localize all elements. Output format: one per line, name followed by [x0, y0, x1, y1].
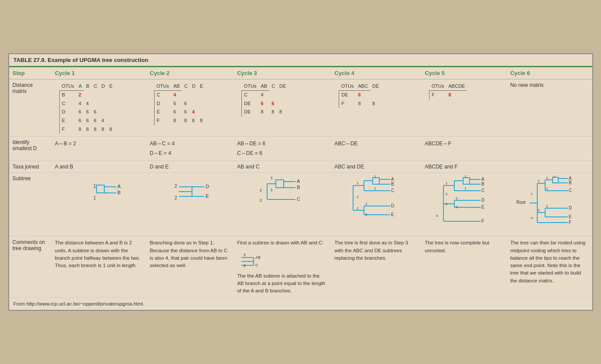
svg-text:E: E	[391, 212, 394, 217]
taxa-c1: A and B	[52, 161, 146, 173]
dm-c4: OTUs ABCDE DE 6 F	[331, 79, 421, 137]
identify-c3: AB↔DE = 6 C↔DE = 6	[234, 137, 331, 161]
comments-c4: The tree is first done as in Step 3 with…	[331, 237, 421, 298]
comments-c5: The tree is now complete but unrooted.	[421, 237, 507, 298]
svg-text:2: 2	[546, 187, 548, 191]
col-c4: Cycle 4	[331, 67, 421, 79]
svg-text:2: 2	[244, 253, 246, 257]
main-container: TABLE 27.9. Example of UPGMA tree constr…	[8, 53, 593, 311]
comments-c2: Branching done as in Step 1. Because the…	[146, 237, 234, 298]
svg-text:1: 1	[93, 184, 96, 189]
taxa-c4: ABC and DE	[331, 161, 421, 173]
svg-text:Root: Root	[516, 200, 525, 205]
col-c5: Cycle 5	[421, 67, 507, 79]
svg-text:2: 2	[446, 192, 448, 196]
svg-text:B: B	[569, 180, 572, 185]
svg-text:D: D	[391, 203, 394, 208]
svg-text:AB: AB	[255, 255, 261, 260]
svg-text:F: F	[569, 220, 571, 225]
svg-text:E: E	[206, 193, 209, 199]
comments-label: Comments ontree drawing	[9, 237, 52, 298]
svg-text:A: A	[297, 179, 300, 184]
svg-text:1: 1	[538, 179, 540, 183]
taxa-c5: ABCDE and F	[421, 161, 507, 173]
svg-text:A: A	[117, 184, 121, 189]
table-title: TABLE 27.9. Example of UPGMA tree constr…	[9, 54, 592, 67]
distance-matrix-label: Distance matrix	[9, 79, 52, 137]
subtree-c5-svg: A B C D E	[430, 175, 498, 232]
svg-text:4: 4	[436, 214, 438, 218]
identify-c6	[507, 137, 592, 161]
svg-text:2: 2	[456, 196, 458, 200]
dm-c6: No new matrix	[507, 79, 592, 137]
svg-text:1: 1	[553, 175, 556, 178]
footer-row: From http://www.icp.ucl.ac.be/~opperd/pr…	[9, 298, 592, 310]
subtree-row: Subtree 1 1 A B	[9, 173, 592, 237]
svg-text:A: A	[391, 177, 394, 182]
identify-label: Identifysmallest D	[9, 137, 52, 161]
comments-c6: The tree can then be rooted using midpoi…	[507, 237, 592, 298]
svg-text:B: B	[117, 190, 120, 195]
svg-text:C: C	[391, 188, 394, 193]
subtree-label: Subtree	[9, 173, 52, 237]
identify-c2: AB↔C = 4 D↔E = 4	[146, 137, 234, 161]
subtree-c4-svg: A B C	[340, 175, 412, 228]
svg-text:1: 1	[93, 196, 96, 200]
svg-text:E: E	[481, 205, 484, 209]
svg-text:1: 1	[357, 181, 359, 185]
svg-text:2: 2	[357, 195, 359, 199]
svg-text:1: 1	[271, 176, 273, 180]
svg-rect-56	[463, 178, 470, 184]
svg-text:2: 2	[175, 196, 177, 200]
comments-row: Comments ontree drawing The distance bet…	[9, 237, 592, 298]
svg-text:1: 1	[446, 181, 448, 185]
identify-row: Identifysmallest D A↔B = 2 AB↔C = 4 D↔E …	[9, 137, 592, 161]
svg-text:1: 1	[464, 186, 467, 190]
subtree-c6: Root A	[507, 173, 592, 237]
svg-text:D: D	[206, 184, 209, 189]
taxa-row: Taxa joined A and B D and E AB and C ABC…	[9, 161, 592, 173]
svg-rect-31	[373, 178, 379, 184]
col-c1: Cycle 1	[52, 67, 146, 79]
svg-text:C: C	[297, 196, 300, 202]
dm-c3: OTUs ABCDE C 4 DE	[234, 79, 331, 137]
svg-rect-17	[276, 180, 284, 188]
svg-text:2: 2	[357, 206, 359, 210]
svg-text:1: 1	[531, 192, 533, 196]
identify-c1: A↔B = 2	[52, 137, 146, 161]
svg-text:D: D	[569, 206, 572, 210]
svg-text:1: 1	[374, 175, 376, 179]
col-step: Step	[9, 67, 52, 79]
svg-text:B: B	[391, 182, 394, 186]
svg-text:2: 2	[365, 202, 367, 206]
col-c2: Cycle 2	[146, 67, 234, 79]
svg-text:C: C	[569, 188, 572, 193]
svg-text:2: 2	[175, 184, 177, 189]
taxa-c3: AB and C	[234, 161, 331, 173]
svg-text:1: 1	[374, 186, 376, 190]
subtree-c3-svg: A B C 1 1 2 2	[252, 175, 313, 215]
taxa-c6	[507, 161, 592, 173]
subtree-c2: 2 2 D E	[146, 173, 234, 237]
dm-c5: OTUs ABCDE F 8	[421, 79, 507, 137]
svg-text:2: 2	[260, 188, 262, 192]
svg-text:2: 2	[446, 202, 448, 206]
dm-c2: OTUs ABCDE C 4 D	[146, 79, 234, 137]
taxa-label: Taxa joined	[9, 161, 52, 173]
identify-c5: ABCDE↔F	[421, 137, 507, 161]
taxa-c2: D and E	[146, 161, 234, 173]
subtree-c2-svg: 2 2 D E	[166, 175, 214, 206]
distance-matrix-row: Distance matrix OTUs ABCDE B	[9, 79, 592, 137]
col-c3: Cycle 3	[234, 67, 331, 79]
subtree-c3: A B C 1 1 2 2	[234, 173, 331, 237]
subtree-c1: 1 1 A B	[52, 173, 146, 237]
dm-c1: OTUs ABCDE B 2 C	[52, 79, 146, 137]
comments-c1: The distance between A and B is 2 units.…	[52, 237, 146, 298]
identify-c4: ABC↔DE	[331, 137, 421, 161]
svg-text:A: A	[481, 177, 484, 182]
svg-text:2: 2	[546, 204, 548, 208]
svg-text:2: 2	[260, 198, 262, 203]
svg-text:C: C	[481, 188, 484, 193]
svg-text:1: 1	[464, 175, 467, 179]
comments-c3: First a subtree is drawn with AB and C: …	[234, 237, 331, 298]
